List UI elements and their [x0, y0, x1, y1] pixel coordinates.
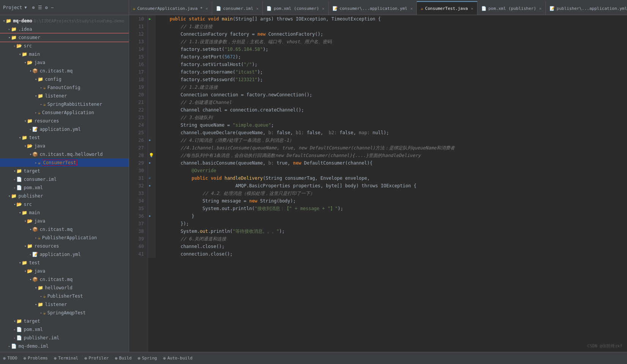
bottom-item-6[interactable]: ⊕Auto-build — [163, 356, 192, 361]
list-icon[interactable]: ☰ — [38, 5, 42, 10]
tab-close-3[interactable]: ✕ — [410, 6, 413, 11]
tree-item-3[interactable]: ▸📂src — [0, 42, 129, 50]
tree-item-15[interactable]: ▾📂java — [0, 142, 129, 150]
tab-close-0[interactable]: ✕ — [206, 6, 208, 11]
tree-icon-22: 📂 — [16, 202, 22, 207]
gutter-marker-29[interactable]: ◆ — [149, 159, 151, 167]
tree-item-34[interactable]: ▾📁listener — [0, 300, 129, 309]
tree-item-20[interactable]: ▸📄pom.xml — [0, 184, 129, 192]
tree-icon-2: 📁 — [11, 35, 17, 40]
editor-area[interactable]: 1011121314151617181920212223242526272829… — [129, 15, 627, 352]
tree-label-9: listener — [45, 93, 67, 99]
line-number-14: 14 — [129, 46, 144, 53]
tree-item-26[interactable]: ▸☕PublisherApplication — [0, 234, 129, 242]
tree-item-9[interactable]: ▾📁listener — [0, 92, 129, 100]
tab-close-5[interactable]: ✕ — [539, 6, 542, 11]
tree-item-23[interactable]: ▾📁main — [0, 209, 129, 217]
line-number-25: 25 — [129, 129, 144, 136]
tree-item-25[interactable]: ▾📦cn.itcast.mq — [0, 225, 129, 234]
code-segment: Connection connection = factory.newConne… — [159, 91, 312, 99]
tree-item-38[interactable]: ▸📄publisher.iml — [0, 334, 129, 342]
bottom-item-0[interactable]: ⊕TODO — [3, 356, 17, 361]
bottom-item-1[interactable]: ⊕Problems — [24, 356, 48, 361]
tree-item-22[interactable]: ▾📂src — [0, 200, 129, 209]
code-segment: .println( — [208, 228, 233, 235]
tree-item-6[interactable]: ▾📦cn.itcast.mq — [0, 67, 129, 75]
tree-item-29[interactable]: ▾📁test — [0, 259, 129, 267]
gutter-marker-32[interactable]: ◆ — [149, 182, 151, 190]
bottom-item-2[interactable]: ⊕Terminal — [54, 356, 78, 361]
code-line-24: String queueName = "simple.queue"; — [159, 121, 627, 129]
tab-close-4[interactable]: ✕ — [471, 6, 473, 11]
tree-icon-32: 📁 — [38, 285, 43, 290]
tab-icon-5: 📄 — [481, 6, 487, 11]
tree-item-17[interactable]: ▸☕ConsumerTest — [0, 158, 129, 167]
tree-label-3: src — [24, 43, 32, 49]
tree-item-8[interactable]: ▸☕FanoutConfig — [0, 83, 129, 92]
tab-6[interactable]: 📝publisher\...application.yml✕ — [546, 1, 627, 15]
tab-4[interactable]: ☕ConsumerTest.java✕ — [417, 1, 477, 15]
tree-arrow-20: ▸ — [14, 186, 16, 190]
line-numbers: 1011121314151617181920212223242526272829… — [129, 15, 148, 352]
code-segment: // 1.2.建立连接 — [159, 83, 218, 91]
gutter-marker-31[interactable]: ↺ — [149, 174, 151, 182]
tree-item-7[interactable]: ▾📁config — [0, 75, 129, 83]
line-number-13: 13 — [129, 38, 144, 46]
line-number-21: 21 — [129, 99, 144, 106]
bottom-item-4[interactable]: ⊕Build — [115, 356, 131, 361]
tree-label-39: mq-demo.iml — [18, 344, 48, 349]
tree-item-19[interactable]: ▸📄consumer.iml — [0, 175, 129, 184]
line-number-31: 31 — [129, 174, 144, 182]
tree-item-2[interactable]: ▾📁consumer — [0, 33, 129, 42]
tab-0[interactable]: ☕ConsumerApplication.java *✕ — [129, 1, 212, 15]
tree-item-35[interactable]: ▸☕SpringAmqpTest — [0, 309, 129, 317]
code-segment: [] args) throws IOException, TimeoutExce… — [252, 15, 381, 23]
tree-item-12[interactable]: ▾📁resources — [0, 117, 129, 125]
tree-item-33[interactable]: ▸☕PublisherTest — [0, 292, 129, 300]
tree-item-32[interactable]: ▾📁helloworld — [0, 284, 129, 292]
gutter-marker-36[interactable]: ◆ — [149, 212, 151, 220]
bottom-item-3[interactable]: ⊕Profiler — [84, 356, 109, 361]
tree-item-18[interactable]: ▾📁target — [0, 167, 129, 175]
tab-5[interactable]: 📄pom.xml (publisher)✕ — [477, 1, 546, 15]
gutter-marker-26[interactable]: ◆ — [149, 136, 151, 144]
tree-arrow-35: ▸ — [40, 311, 42, 315]
tree-icon-5: 📂 — [27, 60, 33, 65]
tab-label-4: ConsumerTest.java — [425, 6, 468, 11]
tree-item-5[interactable]: ▾📂java — [0, 58, 129, 67]
tree-item-28[interactable]: ▸📝application.yml — [0, 250, 129, 259]
minimize-icon[interactable]: − — [51, 5, 54, 10]
tree-item-27[interactable]: ▾📁resources — [0, 242, 129, 250]
gutter-marker-10[interactable]: ▶ — [149, 15, 151, 23]
tree-label-30: java — [34, 268, 45, 274]
tree-item-11[interactable]: ▸☕ConsumerApplication — [0, 108, 129, 117]
tab-close-2[interactable]: ✕ — [322, 6, 325, 11]
tree-item-37[interactable]: ▸📄pom.xml — [0, 325, 129, 334]
gutter-marker-28[interactable]: 💡 — [149, 152, 154, 159]
tree-item-39[interactable]: ▸📄mq-demo.iml — [0, 342, 129, 350]
tree-item-1[interactable]: ▸📁.idea — [0, 25, 129, 33]
tree-item-4[interactable]: ▾📁main — [0, 50, 129, 58]
tab-3[interactable]: 📝consumer\...application.yml✕ — [329, 1, 417, 15]
tree-label-23: main — [29, 210, 40, 215]
code-segment: new — [249, 197, 257, 205]
settings-icon[interactable]: ⚙ — [45, 5, 48, 10]
tree-item-16[interactable]: ▾📦cn.itcast.mq.helloworld — [0, 150, 129, 158]
tab-1[interactable]: 📄consumer.iml✕ — [212, 1, 263, 15]
tree-arrow-7: ▾ — [35, 77, 37, 81]
tree-item-24[interactable]: ▾📂java — [0, 217, 129, 225]
tree-item-31[interactable]: ▾📦cn.itcast.mq — [0, 275, 129, 284]
tree-item-13[interactable]: ▸📝application.yml — [0, 125, 129, 133]
tree-item-36[interactable]: ▾📁target — [0, 317, 129, 325]
tree-item-30[interactable]: ▾📂java — [0, 267, 129, 275]
globe-icon[interactable]: ⊕ — [32, 5, 35, 10]
tree-item-0[interactable]: ▾📁mq-demoD:\IIDEAProjects\Study\cloud\mq… — [0, 17, 129, 25]
tab-close-1[interactable]: ✕ — [256, 6, 258, 11]
tree-icon-4: 📁 — [22, 52, 27, 57]
bottom-item-5[interactable]: ⊕Spring — [138, 356, 157, 361]
tab-2[interactable]: 📄pom.xml (consumer)✕ — [263, 1, 328, 15]
tree-item-14[interactable]: ▾📁test — [0, 133, 129, 142]
tree-item-21[interactable]: ▾📁publisher — [0, 192, 129, 200]
tree-item-10[interactable]: ▸☕SpringRabbitListener — [0, 100, 129, 108]
code-segment — [159, 15, 170, 23]
